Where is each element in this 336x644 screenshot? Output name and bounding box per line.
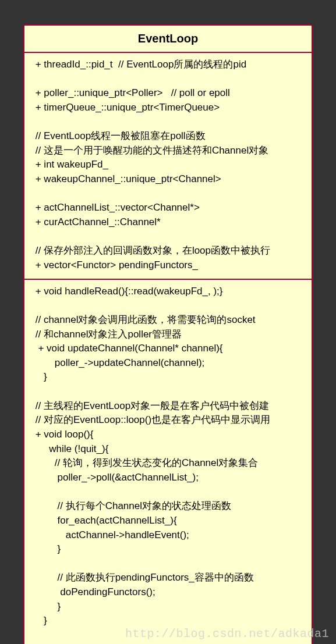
method-line: for_each(actChannelList_){ [33,514,303,528]
method-line: + void loop(){ [33,428,303,442]
attribute-line: + wakeupChannel_::unique_ptr<Channel> [33,172,303,187]
uml-class-box: EventLoop + threadId_::pid_t // EventLoo… [23,24,313,644]
method-line: + void handleRead(){::read(wakeupFd_, );… [33,284,303,299]
method-line: // 对应的EventLoop::loop()也是在客户代码中显示调用 [33,413,303,428]
attribute-line: + vector<Functor> pendingFunctors_ [33,258,303,273]
method-line: + void updateChannel(Channel* channel){ [33,341,303,356]
attribute-line [33,230,303,244]
method-line: // 执行每个Channel对象的状态处理函数 [33,499,303,514]
attribute-line: + poller_::unique_ptr<Poller> // poll or… [33,86,303,101]
method-line [33,485,303,500]
attribute-line [33,72,303,87]
method-line [33,557,303,571]
method-line: doPendingFunctors(); [33,585,303,600]
method-line: // channel对象会调用此函数，将需要轮询的socket [33,313,303,328]
attribute-line: // 这是一个用于唤醒功能的文件描述符和Channel对象 [33,144,303,158]
method-line: // 和channel对象注入poller管理器 [33,328,303,342]
class-title: EventLoop [24,26,312,53]
attribute-line: + actChannelList_::vector<Channel*> [33,201,303,215]
method-line: // 主线程的EventLoop对象一般是在客户代码中被创建 [33,399,303,414]
attribute-line: // 保存外部注入的回调函数对象，在loop函数中被执行 [33,244,303,258]
method-line: actChannel->handleEvent(); [33,528,303,543]
attribute-line: + int wakeupFd_ [33,158,303,172]
attributes-compartment: + threadId_::pid_t // EventLoop所属的线程的pid… [24,53,312,279]
methods-compartment: + void handleRead(){::read(wakeupFd_, );… [24,279,312,644]
method-line: // 此函数执行pendingFunctors_容器中的函数 [33,571,303,585]
method-line: poller_->updateChannel(channel); [33,356,303,371]
watermark-text: http://blog.csdn.net/adkada1 [0,627,336,641]
method-line [33,298,303,313]
method-line: } [33,614,303,628]
method-line: poller_->poll(&actChannelList_); [33,471,303,485]
method-line: } [33,542,303,557]
attribute-line: + threadId_::pid_t // EventLoop所属的线程的pid [33,58,303,72]
attribute-line: // EventLoop线程一般被阻塞在poll函数 [33,129,303,144]
method-line: while (!quit_){ [33,442,303,457]
method-line: // 轮询，得到发生状态变化的Channel对象集合 [33,456,303,471]
method-line: } [33,370,303,385]
attribute-line [33,187,303,201]
attribute-line [33,115,303,130]
method-line: } [33,600,303,614]
method-line [33,385,303,399]
attribute-line: + curActChannel_::Channel* [33,215,303,230]
attribute-line: + timerQueue_::unique_ptr<TimerQueue> [33,101,303,115]
